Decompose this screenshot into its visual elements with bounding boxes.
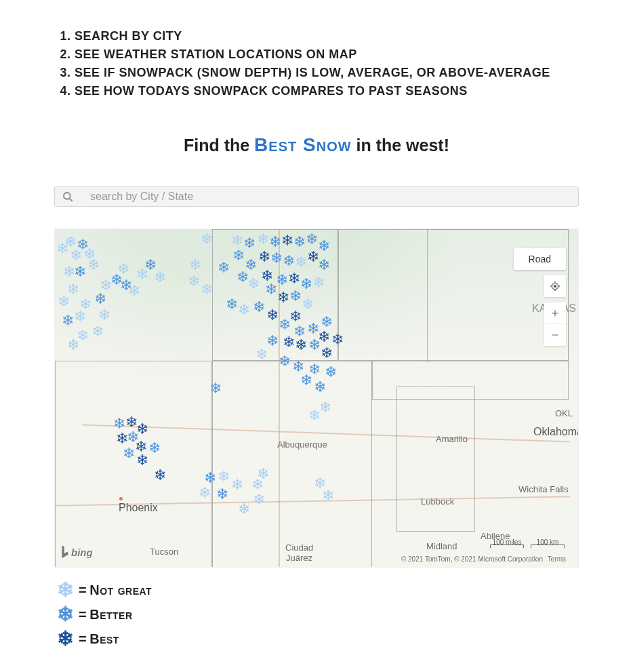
snowflake-marker[interactable]: ❄ bbox=[277, 290, 289, 305]
snowflake-marker[interactable]: ❄ bbox=[201, 282, 213, 297]
snowflake-marker[interactable]: ❄ bbox=[116, 431, 128, 446]
snowflake-marker[interactable]: ❄ bbox=[322, 488, 334, 503]
snowflake-marker[interactable]: ❄ bbox=[135, 439, 147, 454]
snowflake-marker[interactable]: ❄ bbox=[281, 233, 293, 248]
snowflake-marker[interactable]: ❄ bbox=[117, 262, 129, 277]
map-type-button[interactable]: Road bbox=[514, 248, 566, 270]
snowflake-marker[interactable]: ❄ bbox=[199, 486, 211, 500]
snowflake-marker[interactable]: ❄ bbox=[245, 258, 257, 273]
snowflake-marker[interactable]: ❄ bbox=[216, 487, 228, 502]
snowflake-marker[interactable]: ❄ bbox=[279, 317, 291, 332]
snowflake-marker[interactable]: ❄ bbox=[238, 302, 250, 317]
snowflake-marker[interactable]: ❄ bbox=[94, 292, 106, 307]
terms-link[interactable]: Terms bbox=[548, 555, 566, 563]
snowflake-marker[interactable]: ❄ bbox=[188, 274, 200, 289]
snowflake-marker[interactable]: ❄ bbox=[270, 251, 283, 266]
snowflake-marker[interactable]: ❄ bbox=[257, 232, 269, 247]
snowflake-marker[interactable]: ❄ bbox=[266, 334, 279, 349]
snowflake-marker[interactable]: ❄ bbox=[62, 313, 74, 328]
snowflake-marker[interactable]: ❄ bbox=[136, 267, 148, 282]
snowflake-marker[interactable]: ❄ bbox=[154, 270, 166, 285]
snowflake-marker[interactable]: ❄ bbox=[218, 469, 230, 484]
snowflake-marker[interactable]: ❄ bbox=[300, 277, 312, 292]
snowflake-marker[interactable]: ❄ bbox=[295, 255, 307, 270]
search-bar[interactable] bbox=[54, 186, 579, 207]
snowflake-marker[interactable]: ❄ bbox=[113, 416, 125, 431]
snowflake-marker[interactable]: ❄ bbox=[266, 308, 279, 323]
snowflake-marker[interactable]: ❄ bbox=[308, 408, 321, 423]
snowflake-marker[interactable]: ❄ bbox=[74, 264, 86, 279]
snowflake-marker[interactable]: ❄ bbox=[238, 502, 250, 517]
snowflake-marker[interactable]: ❄ bbox=[318, 330, 330, 344]
snowflake-marker[interactable]: ❄ bbox=[148, 441, 161, 456]
snowflake-marker[interactable]: ❄ bbox=[288, 271, 300, 286]
snowflake-marker[interactable]: ❄ bbox=[63, 264, 75, 279]
snowflake-marker[interactable]: ❄ bbox=[312, 275, 325, 290]
locate-me-button[interactable] bbox=[544, 275, 566, 297]
snowflake-marker[interactable]: ❄ bbox=[256, 347, 268, 362]
snowflake-marker[interactable]: ❄ bbox=[253, 300, 265, 315]
snowflake-marker[interactable]: ❄ bbox=[237, 270, 249, 285]
snowflake-marker[interactable]: ❄ bbox=[321, 315, 333, 330]
snowflake-marker[interactable]: ❄ bbox=[293, 324, 306, 339]
snowflake-marker[interactable]: ❄ bbox=[120, 278, 132, 293]
snowflake-marker[interactable]: ❄ bbox=[123, 446, 135, 461]
snowflake-marker[interactable]: ❄ bbox=[77, 237, 89, 252]
snowflake-marker[interactable]: ❄ bbox=[110, 273, 123, 288]
snowflake-marker[interactable]: ❄ bbox=[204, 471, 216, 486]
snowflake-marker[interactable]: ❄ bbox=[201, 232, 213, 247]
snowflake-marker[interactable]: ❄ bbox=[56, 241, 68, 256]
snowflake-marker[interactable]: ❄ bbox=[253, 492, 265, 507]
snowflake-marker[interactable]: ❄ bbox=[218, 260, 230, 275]
snowflake-marker[interactable]: ❄ bbox=[231, 477, 243, 492]
snowflake-marker[interactable]: ❄ bbox=[64, 235, 77, 250]
snowflake-marker[interactable]: ❄ bbox=[269, 235, 281, 250]
snowflake-marker[interactable]: ❄ bbox=[258, 250, 270, 264]
snowflake-marker[interactable]: ❄ bbox=[325, 365, 337, 380]
snowflake-marker[interactable]: ❄ bbox=[295, 338, 307, 353]
snowflake-marker[interactable]: ❄ bbox=[265, 282, 277, 297]
snowflake-marker[interactable]: ❄ bbox=[261, 269, 273, 283]
snowflake-marker[interactable]: ❄ bbox=[127, 430, 139, 445]
snowflake-marker[interactable]: ❄ bbox=[257, 467, 269, 481]
snowflake-marker[interactable]: ❄ bbox=[70, 248, 82, 263]
snowflake-marker[interactable]: ❄ bbox=[319, 400, 331, 415]
snowflake-marker[interactable]: ❄ bbox=[247, 277, 260, 292]
snowflake-marker[interactable]: ❄ bbox=[318, 258, 330, 273]
snowflake-marker[interactable]: ❄ bbox=[276, 273, 288, 288]
snowflake-marker[interactable]: ❄ bbox=[292, 359, 304, 374]
snowflake-marker[interactable]: ❄ bbox=[83, 247, 96, 262]
snowflake-marker[interactable]: ❄ bbox=[314, 476, 326, 491]
map-canvas[interactable]: PhoenixTucsonAlbuquerqueCiudadJuárezLubb… bbox=[54, 229, 579, 568]
snowflake-marker[interactable]: ❄ bbox=[74, 309, 86, 324]
snowflake-marker[interactable]: ❄ bbox=[58, 294, 70, 309]
snowflake-marker[interactable]: ❄ bbox=[189, 258, 201, 273]
snowflake-marker[interactable]: ❄ bbox=[279, 354, 291, 369]
snowflake-marker[interactable]: ❄ bbox=[100, 278, 112, 293]
snowflake-marker[interactable]: ❄ bbox=[136, 422, 148, 437]
snowflake-marker[interactable]: ❄ bbox=[243, 236, 256, 251]
snowflake-marker[interactable]: ❄ bbox=[308, 338, 321, 353]
snowflake-marker[interactable]: ❄ bbox=[283, 254, 295, 269]
snowflake-marker[interactable]: ❄ bbox=[79, 297, 91, 312]
snowflake-marker[interactable]: ❄ bbox=[321, 346, 333, 361]
snowflake-marker[interactable]: ❄ bbox=[251, 477, 264, 492]
snowflake-marker[interactable]: ❄ bbox=[98, 308, 110, 323]
snowflake-marker[interactable]: ❄ bbox=[308, 362, 321, 377]
snowflake-marker[interactable]: ❄ bbox=[226, 297, 238, 312]
snowflake-marker[interactable]: ❄ bbox=[136, 453, 148, 468]
search-input[interactable] bbox=[74, 191, 571, 203]
snowflake-marker[interactable]: ❄ bbox=[231, 233, 243, 248]
zoom-out-button[interactable] bbox=[544, 324, 566, 346]
snowflake-marker[interactable]: ❄ bbox=[300, 373, 312, 388]
snowflake-marker[interactable]: ❄ bbox=[125, 415, 138, 430]
snowflake-marker[interactable]: ❄ bbox=[314, 380, 326, 395]
snowflake-marker[interactable]: ❄ bbox=[289, 309, 302, 324]
snowflake-marker[interactable]: ❄ bbox=[283, 335, 295, 350]
snowflake-marker[interactable]: ❄ bbox=[307, 250, 319, 264]
snowflake-marker[interactable]: ❄ bbox=[209, 381, 222, 396]
snowflake-marker[interactable]: ❄ bbox=[67, 338, 79, 353]
zoom-in-button[interactable] bbox=[544, 302, 566, 324]
snowflake-marker[interactable]: ❄ bbox=[302, 297, 314, 312]
snowflake-marker[interactable]: ❄ bbox=[232, 248, 245, 263]
